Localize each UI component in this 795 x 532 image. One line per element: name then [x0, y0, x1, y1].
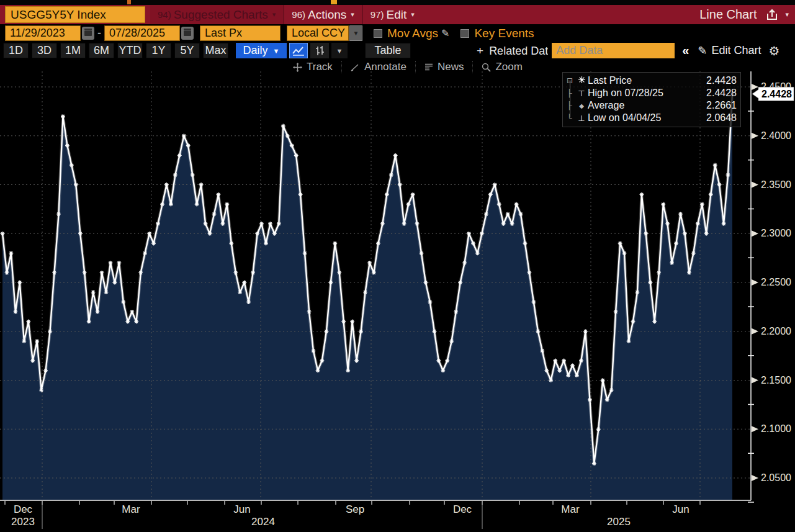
news-button[interactable]: News: [416, 61, 474, 73]
table-button[interactable]: Table: [365, 43, 411, 58]
period-max[interactable]: Max: [203, 43, 228, 58]
low-marker-icon: ⊥: [575, 114, 588, 123]
collapse-panel-button[interactable]: «: [682, 43, 689, 58]
gear-icon[interactable]: ⚙: [768, 43, 779, 58]
average-marker-icon: ◆: [575, 102, 588, 109]
key-events-checkbox[interactable]: [460, 29, 469, 38]
line-chart-type-button[interactable]: [289, 43, 308, 58]
calendar-icon[interactable]: [82, 27, 94, 40]
svg-text:2.2000: 2.2000: [761, 326, 791, 336]
mov-avgs-pencil-icon[interactable]: ✎: [441, 27, 449, 39]
high-marker-icon: ⊤: [575, 89, 588, 98]
date-range-dash: -: [97, 27, 101, 40]
pencil-icon: ✎: [698, 44, 707, 58]
price-field-input[interactable]: Last Px: [200, 25, 281, 41]
top-strip-dash: [331, 0, 337, 4]
bar-chart-type-button[interactable]: [310, 43, 329, 58]
svg-text:Dec: Dec: [14, 503, 33, 515]
chevron-down-icon: ▾: [351, 11, 354, 19]
period-1d[interactable]: 1D: [3, 43, 29, 58]
last-price-marker-icon: [575, 76, 588, 86]
menu-actions[interactable]: 96) Actions ▾: [283, 5, 362, 24]
zoom-button[interactable]: Zoom: [473, 61, 531, 73]
bloomberg-terminal-window: USGG5Y5Y Index 94) Suggested Charts ▾ 96…: [0, 0, 795, 532]
svg-text:Jun: Jun: [672, 503, 689, 515]
svg-text:2.3500: 2.3500: [761, 179, 791, 190]
period-3d[interactable]: 3D: [32, 43, 57, 58]
related-data-button[interactable]: + Related Dat: [477, 44, 548, 58]
key-events-label: Key Events: [474, 27, 534, 40]
period-1m[interactable]: 1M: [60, 43, 86, 58]
svg-text:2.1500: 2.1500: [761, 375, 791, 385]
export-icon[interactable]: [765, 8, 779, 22]
svg-text:Mar: Mar: [561, 503, 580, 515]
date-from-input[interactable]: 11/29/2023: [5, 25, 81, 41]
top-strip: [0, 0, 795, 5]
svg-text:Dec: Dec: [453, 503, 472, 515]
edit-chart-button[interactable]: ✎ Edit Chart: [698, 44, 761, 58]
period-6m[interactable]: 6M: [89, 43, 114, 58]
svg-text:2024: 2024: [251, 516, 275, 528]
legend-row-low: └ ⊥ Low on 04/04/25 2.0648: [567, 112, 737, 124]
export-dropdown-icon[interactable]: ▾: [785, 11, 789, 19]
menu-edit[interactable]: 97) Edit ▾: [362, 5, 422, 24]
svg-text:Mar: Mar: [122, 503, 140, 515]
chart-type-label: Line Chart: [699, 7, 757, 22]
security-ticker: USGG5Y5Y Index: [11, 8, 106, 22]
period-5y[interactable]: 5Y: [174, 43, 200, 58]
svg-text:2023: 2023: [11, 516, 35, 528]
mov-avgs-checkbox[interactable]: [374, 29, 382, 38]
mov-avgs-label: Mov Avgs: [387, 27, 438, 40]
period-toolbar-row: 1D 3D 1M 6M YTD 1Y 5Y Max Daily ▼ ▼ Tabl…: [0, 42, 795, 59]
period-1y[interactable]: 1Y: [146, 43, 171, 58]
date-to-input[interactable]: 07/28/2025: [104, 25, 180, 41]
crosshair-icon: [293, 63, 302, 72]
news-icon: [424, 63, 433, 71]
svg-text:2.4428: 2.4428: [761, 89, 792, 99]
line-chart-icon: [292, 46, 305, 56]
chevron-down-icon: ▾: [411, 11, 415, 19]
add-data-input[interactable]: Add Data: [552, 43, 675, 58]
legend-row-last-price: ⊟ Last Price 2.4428: [567, 74, 737, 87]
track-button[interactable]: Track: [284, 61, 342, 73]
svg-text:Jun: Jun: [233, 503, 250, 515]
legend-tree-line: [570, 81, 570, 117]
currency-dropdown-icon[interactable]: ▼: [349, 25, 362, 41]
svg-text:2.4000: 2.4000: [761, 130, 791, 141]
annotate-button[interactable]: Annotate: [342, 61, 416, 73]
annotate-pencil-icon: [351, 63, 360, 71]
top-strip-dash: [127, 0, 131, 4]
security-ticker-box[interactable]: USGG5Y5Y Index: [5, 6, 145, 23]
title-bar: USGG5Y5Y Index 94) Suggested Charts ▾ 96…: [0, 5, 795, 24]
legend-row-high: ├ ⊤ High on 07/28/25 2.4428: [567, 87, 737, 99]
chart-type-dropdown-icon[interactable]: ▼: [331, 43, 348, 58]
currency-select[interactable]: Local CCY: [287, 25, 349, 41]
chevron-down-icon: ▼: [273, 47, 280, 55]
svg-text:Sep: Sep: [346, 503, 364, 515]
svg-text:2.0500: 2.0500: [761, 472, 791, 483]
candlestick-icon: [314, 45, 325, 56]
frequency-select[interactable]: Daily ▼: [236, 43, 287, 58]
legend-row-average: ├ ◆ Average 2.2661: [567, 99, 737, 112]
svg-text:2.3000: 2.3000: [761, 228, 791, 238]
period-ytd[interactable]: YTD: [117, 43, 143, 58]
chart-controls-row: 11/29/2023 - 07/28/2025 Last Px Local CC…: [0, 25, 795, 42]
chart-mini-toolbar: Track Annotate News Zoom: [284, 60, 531, 74]
svg-text:2025: 2025: [607, 516, 631, 528]
magnifier-icon: [482, 63, 491, 72]
chevron-down-icon: ▾: [272, 11, 276, 19]
plus-icon: +: [477, 44, 483, 57]
svg-text:2.2500: 2.2500: [761, 277, 791, 287]
chart-legend[interactable]: ⊟ Last Price 2.4428 ├ ⊤ High on 07/28/25…: [562, 72, 741, 127]
calendar-icon[interactable]: [181, 27, 194, 40]
svg-text:2.1000: 2.1000: [761, 423, 791, 434]
menu-suggested-charts[interactable]: 94) Suggested Charts ▾: [150, 5, 283, 24]
legend-expander-icon[interactable]: ⊟: [567, 76, 575, 85]
